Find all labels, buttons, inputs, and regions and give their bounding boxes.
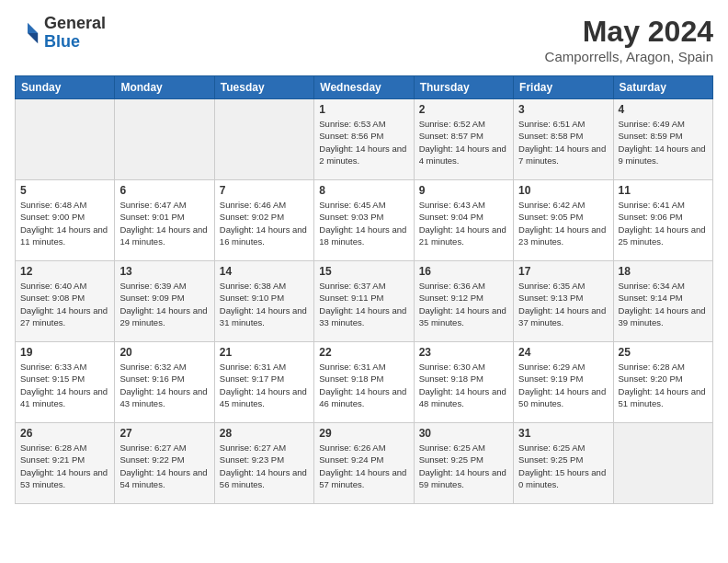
cell-content: Sunrise: 6:28 AMSunset: 9:20 PMDaylight:… bbox=[619, 361, 708, 409]
location: Camporrells, Aragon, Spain bbox=[545, 49, 713, 64]
day-number: 10 bbox=[518, 184, 608, 197]
calendar-cell: 26Sunrise: 6:28 AMSunset: 9:21 PMDayligh… bbox=[16, 423, 115, 504]
calendar-cell: 21Sunrise: 6:31 AMSunset: 9:17 PMDayligh… bbox=[214, 342, 313, 423]
calendar-cell: 27Sunrise: 6:27 AMSunset: 9:22 PMDayligh… bbox=[115, 423, 214, 504]
cell-content: Sunrise: 6:25 AMSunset: 9:25 PMDaylight:… bbox=[518, 442, 608, 490]
cell-content: Sunrise: 6:46 AMSunset: 9:02 PMDaylight:… bbox=[220, 199, 309, 247]
calendar-cell: 22Sunrise: 6:31 AMSunset: 9:18 PMDayligh… bbox=[314, 342, 414, 423]
calendar-cell bbox=[115, 99, 214, 180]
calendar-cell: 8Sunrise: 6:45 AMSunset: 9:03 PMDaylight… bbox=[314, 180, 414, 261]
calendar-cell: 4Sunrise: 6:49 AMSunset: 8:59 PMDaylight… bbox=[613, 99, 712, 180]
cell-content: Sunrise: 6:31 AMSunset: 9:17 PMDaylight:… bbox=[220, 361, 309, 409]
cell-content: Sunrise: 6:33 AMSunset: 9:15 PMDaylight:… bbox=[20, 361, 109, 409]
week-row-2: 12Sunrise: 6:40 AMSunset: 9:08 PMDayligh… bbox=[16, 261, 713, 342]
calendar-cell: 28Sunrise: 6:27 AMSunset: 9:23 PMDayligh… bbox=[214, 423, 313, 504]
calendar-cell bbox=[214, 99, 313, 180]
week-row-1: 5Sunrise: 6:48 AMSunset: 9:00 PMDaylight… bbox=[16, 180, 713, 261]
calendar-cell: 14Sunrise: 6:38 AMSunset: 9:10 PMDayligh… bbox=[214, 261, 313, 342]
calendar-cell: 9Sunrise: 6:43 AMSunset: 9:04 PMDaylight… bbox=[414, 180, 513, 261]
week-row-4: 26Sunrise: 6:28 AMSunset: 9:21 PMDayligh… bbox=[16, 423, 713, 504]
header-saturday: Saturday bbox=[613, 76, 712, 99]
cell-content: Sunrise: 6:31 AMSunset: 9:18 PMDaylight:… bbox=[319, 361, 408, 409]
day-number: 1 bbox=[319, 103, 408, 116]
calendar-header-row: SundayMondayTuesdayWednesdayThursdayFrid… bbox=[16, 76, 713, 99]
day-number: 19 bbox=[20, 346, 109, 359]
cell-content: Sunrise: 6:34 AMSunset: 9:14 PMDaylight:… bbox=[619, 280, 708, 328]
calendar-cell: 7Sunrise: 6:46 AMSunset: 9:02 PMDaylight… bbox=[214, 180, 313, 261]
day-number: 27 bbox=[119, 427, 209, 440]
page-header: General Blue May 2024 Camporrells, Arago… bbox=[15, 15, 713, 64]
day-number: 11 bbox=[619, 184, 708, 197]
calendar-cell: 30Sunrise: 6:25 AMSunset: 9:25 PMDayligh… bbox=[414, 423, 513, 504]
header-sunday: Sunday bbox=[16, 76, 115, 99]
header-tuesday: Tuesday bbox=[214, 76, 313, 99]
svg-marker-1 bbox=[28, 33, 38, 43]
header-monday: Monday bbox=[115, 76, 214, 99]
cell-content: Sunrise: 6:52 AMSunset: 8:57 PMDaylight:… bbox=[419, 118, 508, 167]
svg-marker-0 bbox=[28, 23, 38, 33]
cell-content: Sunrise: 6:43 AMSunset: 9:04 PMDaylight:… bbox=[419, 199, 508, 247]
calendar-cell: 17Sunrise: 6:35 AMSunset: 9:13 PMDayligh… bbox=[514, 261, 613, 342]
title-block: May 2024 Camporrells, Aragon, Spain bbox=[545, 15, 713, 64]
cell-content: Sunrise: 6:42 AMSunset: 9:05 PMDaylight:… bbox=[518, 199, 608, 247]
day-number: 7 bbox=[220, 184, 309, 197]
cell-content: Sunrise: 6:39 AMSunset: 9:09 PMDaylight:… bbox=[119, 280, 209, 328]
cell-content: Sunrise: 6:25 AMSunset: 9:25 PMDaylight:… bbox=[419, 442, 508, 490]
cell-content: Sunrise: 6:28 AMSunset: 9:21 PMDaylight:… bbox=[20, 442, 109, 490]
cell-content: Sunrise: 6:35 AMSunset: 9:13 PMDaylight:… bbox=[518, 280, 608, 328]
calendar-cell: 25Sunrise: 6:28 AMSunset: 9:20 PMDayligh… bbox=[613, 342, 712, 423]
calendar-cell: 19Sunrise: 6:33 AMSunset: 9:15 PMDayligh… bbox=[16, 342, 115, 423]
day-number: 30 bbox=[419, 427, 508, 440]
calendar-cell bbox=[613, 423, 712, 504]
cell-content: Sunrise: 6:48 AMSunset: 9:00 PMDaylight:… bbox=[20, 199, 109, 247]
day-number: 24 bbox=[518, 346, 608, 359]
logo-icon bbox=[15, 20, 40, 46]
calendar-cell: 20Sunrise: 6:32 AMSunset: 9:16 PMDayligh… bbox=[115, 342, 214, 423]
cell-content: Sunrise: 6:29 AMSunset: 9:19 PMDaylight:… bbox=[518, 361, 608, 409]
cell-content: Sunrise: 6:47 AMSunset: 9:01 PMDaylight:… bbox=[119, 199, 209, 247]
cell-content: Sunrise: 6:27 AMSunset: 9:22 PMDaylight:… bbox=[119, 442, 209, 490]
calendar-cell: 3Sunrise: 6:51 AMSunset: 8:58 PMDaylight… bbox=[514, 99, 613, 180]
header-thursday: Thursday bbox=[414, 76, 513, 99]
calendar-cell: 16Sunrise: 6:36 AMSunset: 9:12 PMDayligh… bbox=[414, 261, 513, 342]
day-number: 23 bbox=[419, 346, 508, 359]
calendar-table: SundayMondayTuesdayWednesdayThursdayFrid… bbox=[15, 75, 713, 504]
header-wednesday: Wednesday bbox=[314, 76, 414, 99]
cell-content: Sunrise: 6:27 AMSunset: 9:23 PMDaylight:… bbox=[220, 442, 309, 490]
cell-content: Sunrise: 6:36 AMSunset: 9:12 PMDaylight:… bbox=[419, 280, 508, 328]
calendar-cell: 18Sunrise: 6:34 AMSunset: 9:14 PMDayligh… bbox=[613, 261, 712, 342]
calendar-cell: 24Sunrise: 6:29 AMSunset: 9:19 PMDayligh… bbox=[514, 342, 613, 423]
week-row-3: 19Sunrise: 6:33 AMSunset: 9:15 PMDayligh… bbox=[16, 342, 713, 423]
calendar-cell: 23Sunrise: 6:30 AMSunset: 9:18 PMDayligh… bbox=[414, 342, 513, 423]
calendar-cell: 13Sunrise: 6:39 AMSunset: 9:09 PMDayligh… bbox=[115, 261, 214, 342]
calendar-cell: 15Sunrise: 6:37 AMSunset: 9:11 PMDayligh… bbox=[314, 261, 414, 342]
cell-content: Sunrise: 6:26 AMSunset: 9:24 PMDaylight:… bbox=[319, 442, 408, 490]
calendar-cell: 11Sunrise: 6:41 AMSunset: 9:06 PMDayligh… bbox=[613, 180, 712, 261]
day-number: 9 bbox=[419, 184, 508, 197]
day-number: 13 bbox=[119, 265, 209, 278]
calendar-cell: 12Sunrise: 6:40 AMSunset: 9:08 PMDayligh… bbox=[16, 261, 115, 342]
week-row-0: 1Sunrise: 6:53 AMSunset: 8:56 PMDaylight… bbox=[16, 99, 713, 180]
day-number: 21 bbox=[220, 346, 309, 359]
day-number: 29 bbox=[319, 427, 408, 440]
cell-content: Sunrise: 6:49 AMSunset: 8:59 PMDaylight:… bbox=[619, 118, 708, 167]
day-number: 18 bbox=[619, 265, 708, 278]
day-number: 15 bbox=[319, 265, 408, 278]
cell-content: Sunrise: 6:30 AMSunset: 9:18 PMDaylight:… bbox=[419, 361, 508, 409]
logo-text: General Blue bbox=[44, 15, 106, 52]
calendar-cell: 10Sunrise: 6:42 AMSunset: 9:05 PMDayligh… bbox=[514, 180, 613, 261]
day-number: 17 bbox=[518, 265, 608, 278]
calendar-cell: 2Sunrise: 6:52 AMSunset: 8:57 PMDaylight… bbox=[414, 99, 513, 180]
day-number: 31 bbox=[518, 427, 608, 440]
cell-content: Sunrise: 6:41 AMSunset: 9:06 PMDaylight:… bbox=[619, 199, 708, 247]
cell-content: Sunrise: 6:53 AMSunset: 8:56 PMDaylight:… bbox=[319, 118, 408, 167]
cell-content: Sunrise: 6:51 AMSunset: 8:58 PMDaylight:… bbox=[518, 118, 608, 167]
day-number: 5 bbox=[20, 184, 109, 197]
cell-content: Sunrise: 6:37 AMSunset: 9:11 PMDaylight:… bbox=[319, 280, 408, 328]
calendar-cell: 31Sunrise: 6:25 AMSunset: 9:25 PMDayligh… bbox=[514, 423, 613, 504]
day-number: 14 bbox=[220, 265, 309, 278]
day-number: 28 bbox=[220, 427, 309, 440]
cell-content: Sunrise: 6:32 AMSunset: 9:16 PMDaylight:… bbox=[119, 361, 209, 409]
calendar-cell: 1Sunrise: 6:53 AMSunset: 8:56 PMDaylight… bbox=[314, 99, 414, 180]
cell-content: Sunrise: 6:45 AMSunset: 9:03 PMDaylight:… bbox=[319, 199, 408, 247]
